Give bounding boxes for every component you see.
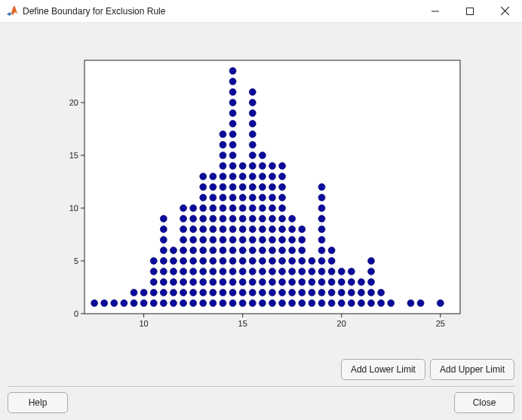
data-point bbox=[348, 268, 355, 275]
svg-text:20: 20 bbox=[69, 98, 78, 107]
minimize-button[interactable] bbox=[418, 0, 453, 23]
data-point bbox=[160, 216, 167, 222]
data-point bbox=[328, 300, 335, 307]
data-point bbox=[299, 226, 306, 233]
data-point bbox=[309, 290, 315, 296]
data-point bbox=[279, 163, 286, 170]
data-point bbox=[220, 205, 226, 212]
data-point bbox=[269, 279, 276, 286]
help-button[interactable]: Help bbox=[8, 392, 68, 413]
plot-area: 1015202505101520 bbox=[54, 53, 468, 336]
data-point bbox=[328, 247, 335, 254]
data-point bbox=[259, 184, 266, 191]
data-point bbox=[200, 268, 207, 275]
data-point bbox=[180, 258, 187, 265]
data-point bbox=[249, 237, 256, 244]
data-point bbox=[210, 258, 216, 265]
data-point bbox=[220, 237, 226, 244]
data-point bbox=[269, 268, 276, 275]
data-point bbox=[130, 290, 137, 296]
data-point bbox=[279, 226, 286, 233]
limit-button-row: Add Lower Limit Add Upper Limit bbox=[341, 359, 514, 380]
data-point bbox=[378, 300, 385, 307]
data-point bbox=[170, 290, 177, 296]
data-point bbox=[210, 290, 216, 296]
data-point bbox=[229, 205, 236, 212]
data-point bbox=[210, 247, 216, 254]
data-point bbox=[259, 195, 266, 201]
data-point bbox=[150, 258, 157, 265]
data-point bbox=[249, 131, 256, 138]
data-point bbox=[309, 268, 315, 275]
svg-text:10: 10 bbox=[69, 204, 78, 213]
data-point bbox=[279, 237, 286, 244]
data-point bbox=[229, 184, 236, 191]
data-point bbox=[328, 279, 335, 286]
data-point bbox=[358, 300, 364, 307]
data-point bbox=[289, 216, 296, 222]
add-upper-limit-button[interactable]: Add Upper Limit bbox=[430, 359, 514, 380]
data-point bbox=[111, 300, 118, 307]
data-point bbox=[150, 268, 157, 275]
svg-text:10: 10 bbox=[140, 319, 149, 328]
data-point bbox=[91, 300, 98, 307]
data-point bbox=[259, 226, 266, 233]
data-point bbox=[220, 290, 226, 296]
data-point bbox=[239, 216, 246, 222]
data-point bbox=[279, 205, 286, 212]
data-point bbox=[279, 247, 286, 254]
data-point bbox=[239, 205, 246, 212]
data-point bbox=[220, 216, 226, 222]
data-point bbox=[378, 290, 385, 296]
data-point bbox=[229, 216, 236, 222]
data-point bbox=[249, 258, 256, 265]
data-point bbox=[180, 247, 187, 254]
data-point bbox=[368, 268, 375, 275]
data-point bbox=[249, 184, 256, 191]
data-point bbox=[229, 142, 236, 149]
data-point bbox=[279, 173, 286, 180]
data-point bbox=[368, 258, 375, 265]
data-point bbox=[358, 290, 364, 296]
svg-text:15: 15 bbox=[69, 151, 78, 160]
data-point bbox=[269, 195, 276, 201]
close-button[interactable]: Close bbox=[454, 392, 514, 413]
data-point bbox=[239, 226, 246, 233]
data-point bbox=[318, 258, 325, 265]
add-lower-limit-button[interactable]: Add Lower Limit bbox=[341, 359, 425, 380]
data-point bbox=[200, 258, 207, 265]
data-point bbox=[368, 300, 375, 307]
data-point bbox=[239, 290, 246, 296]
data-point bbox=[200, 173, 207, 180]
data-point bbox=[338, 290, 345, 296]
data-point bbox=[180, 290, 187, 296]
data-point bbox=[309, 300, 315, 307]
data-point bbox=[229, 237, 236, 244]
data-point bbox=[299, 237, 306, 244]
data-point bbox=[229, 68, 236, 75]
data-point bbox=[348, 300, 355, 307]
data-point bbox=[269, 184, 276, 191]
data-point bbox=[200, 184, 207, 191]
data-point bbox=[229, 131, 236, 138]
data-point bbox=[160, 237, 167, 244]
data-point bbox=[140, 290, 147, 296]
footer: Help Close bbox=[8, 391, 514, 414]
data-point bbox=[190, 258, 197, 265]
data-point bbox=[309, 258, 315, 265]
data-point bbox=[269, 226, 276, 233]
data-point bbox=[229, 300, 236, 307]
data-point bbox=[229, 152, 236, 159]
close-window-button[interactable] bbox=[487, 0, 522, 23]
data-point bbox=[318, 247, 325, 254]
data-point bbox=[170, 258, 177, 265]
data-point bbox=[249, 226, 256, 233]
maximize-button[interactable] bbox=[453, 0, 487, 23]
data-point bbox=[210, 195, 216, 201]
data-point bbox=[299, 279, 306, 286]
data-point bbox=[249, 216, 256, 222]
data-point bbox=[269, 300, 276, 307]
data-point bbox=[299, 258, 306, 265]
data-point bbox=[269, 290, 276, 296]
data-point bbox=[220, 173, 226, 180]
